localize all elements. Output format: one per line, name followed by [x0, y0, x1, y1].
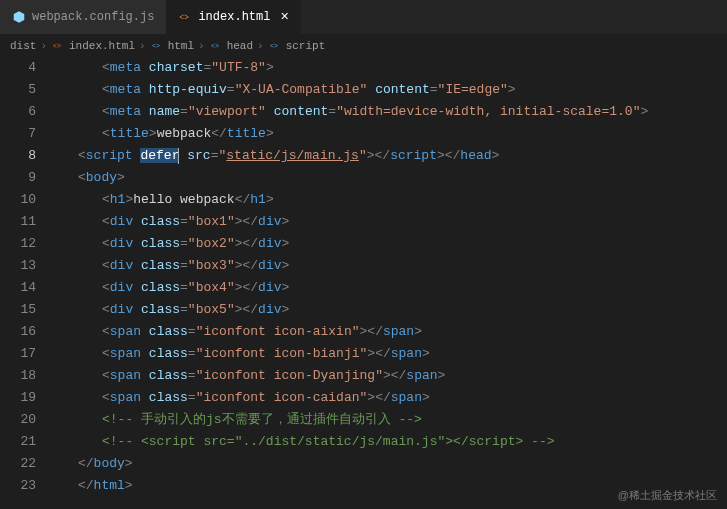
close-icon[interactable]: × [280, 9, 288, 25]
code-icon: <> [150, 39, 164, 53]
code-line: <meta charset="UTF-8"> [54, 57, 727, 79]
chevron-right-icon: › [257, 40, 264, 52]
code-line: <span class="iconfont icon-caidan"></spa… [54, 387, 727, 409]
code-line: <meta name="viewport" content="width=dev… [54, 101, 727, 123]
line-number: 4 [0, 57, 36, 79]
breadcrumb-item[interactable]: head [227, 40, 253, 52]
html-icon: <> [51, 39, 65, 53]
line-number: 14 [0, 277, 36, 299]
tab-webpack-config[interactable]: webpack.config.js [0, 0, 166, 34]
svg-text:<>: <> [152, 43, 160, 50]
line-number: 8 [0, 145, 36, 167]
line-number: 5 [0, 79, 36, 101]
code-content[interactable]: <meta charset="UTF-8"> <meta http-equiv=… [50, 57, 727, 509]
line-number: 11 [0, 211, 36, 233]
code-line: <!-- 手动引入的js不需要了，通过插件自动引入 --> [54, 409, 727, 431]
svg-text:<>: <> [270, 43, 278, 50]
chevron-right-icon: › [40, 40, 47, 52]
code-editor[interactable]: 4567891011121314151617181920212223 <meta… [0, 57, 727, 509]
code-line: <h1>hello webpack</h1> [54, 189, 727, 211]
line-number-gutter: 4567891011121314151617181920212223 [0, 57, 50, 509]
chevron-right-icon: › [198, 40, 205, 52]
breadcrumb-item[interactable]: index.html [69, 40, 135, 52]
code-line: <span class="iconfont icon-aixin"></span… [54, 321, 727, 343]
line-number: 17 [0, 343, 36, 365]
code-line: <div class="box1"></div> [54, 211, 727, 233]
svg-marker-0 [14, 11, 25, 23]
code-line: <span class="iconfont icon-Dyanjing"></s… [54, 365, 727, 387]
line-number: 18 [0, 365, 36, 387]
watermark: @稀土掘金技术社区 [618, 488, 717, 503]
tab-label: index.html [198, 10, 270, 24]
line-number: 20 [0, 409, 36, 431]
line-number: 16 [0, 321, 36, 343]
html-icon: <> [178, 10, 192, 24]
line-number: 23 [0, 475, 36, 497]
editor-tabs: webpack.config.js <> index.html × [0, 0, 727, 35]
code-line: <div class="box2"></div> [54, 233, 727, 255]
code-line: <body> [54, 167, 727, 189]
code-line: <script defer src="static/js/main.js"></… [54, 145, 727, 167]
line-number: 12 [0, 233, 36, 255]
code-line: <div class="box5"></div> [54, 299, 727, 321]
line-number: 19 [0, 387, 36, 409]
webpack-icon [12, 10, 26, 24]
svg-text:<>: <> [211, 43, 219, 50]
line-number: 21 [0, 431, 36, 453]
line-number: 7 [0, 123, 36, 145]
tab-label: webpack.config.js [32, 10, 154, 24]
breadcrumb-item[interactable]: script [286, 40, 326, 52]
breadcrumb[interactable]: dist › <> index.html › <> html › <> head… [0, 35, 727, 57]
breadcrumb-item[interactable]: html [168, 40, 194, 52]
code-icon: <> [209, 39, 223, 53]
code-line: </body> [54, 453, 727, 475]
code-line: <meta http-equiv="X-UA-Compatible" conte… [54, 79, 727, 101]
svg-text:<>: <> [180, 13, 190, 22]
line-number: 9 [0, 167, 36, 189]
tab-index-html[interactable]: <> index.html × [166, 0, 300, 34]
line-number: 22 [0, 453, 36, 475]
line-number: 10 [0, 189, 36, 211]
code-line: <div class="box3"></div> [54, 255, 727, 277]
text-cursor [178, 148, 179, 164]
code-icon: <> [268, 39, 282, 53]
line-number: 6 [0, 101, 36, 123]
code-line: <!-- <script src="../dist/static/js/main… [54, 431, 727, 453]
svg-text:<>: <> [53, 43, 61, 50]
code-line: <div class="box4"></div> [54, 277, 727, 299]
breadcrumb-item[interactable]: dist [10, 40, 36, 52]
line-number: 15 [0, 299, 36, 321]
code-line: <span class="iconfont icon-bianji"></spa… [54, 343, 727, 365]
chevron-right-icon: › [139, 40, 146, 52]
code-line: <title>webpack</title> [54, 123, 727, 145]
line-number: 13 [0, 255, 36, 277]
